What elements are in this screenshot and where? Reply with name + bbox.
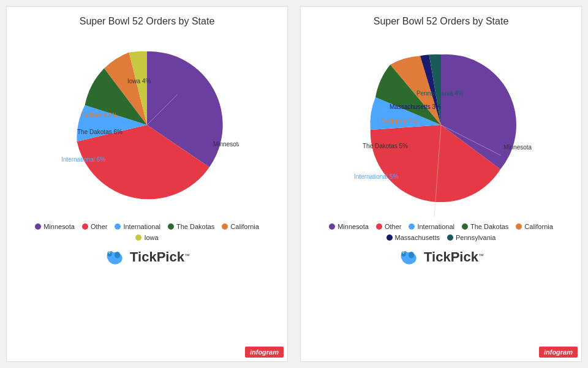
infogram-badge-left: infogram [245,347,284,358]
panel-left: Super Bowl 52 Orders by State [6,6,288,362]
legend-label-iowa-left: Iowa [144,234,158,241]
legend-dot-pennsylvania-right [447,235,453,241]
tickpick-logo-left: TickPick™ [104,246,190,268]
legend-label-other-right: Other [385,223,402,230]
label-pennsylvania-right: Pennsylvania 4% [417,90,464,97]
legend-label-dakotas-right: The Dakotas [470,223,508,230]
pie-chart-right: Minnesota 36% Other 40% International 5%… [349,33,533,217]
legend-dot-california-left [222,223,228,230]
legend-label-california-left: California [230,223,258,230]
legend-dot-international-right [409,223,415,230]
label-international-right: International 5% [354,173,398,180]
legend-label-international-left: International [123,223,160,230]
svg-point-14 [404,252,405,253]
label-dakotas-right: The Dakotas 5% [363,143,408,149]
legend-dot-iowa-left [135,235,141,241]
legend-dot-dakotas-left [168,223,174,230]
legend-label-dakotas-left: The Dakotas [176,223,214,230]
svg-point-6 [110,252,111,253]
legend-dot-minnesota-right [329,223,335,230]
legend-item-international-right: International [409,223,454,230]
legend-item-other-right: Other [376,223,402,230]
tickpick-text-right: TickPick™ [424,249,484,265]
legend-label-california-right: California [524,223,552,230]
label-international-left: International 6% [61,156,105,163]
panel-right: Super Bowl 52 Orders by State [300,6,582,362]
legend-item-international-left: International [115,223,160,230]
panel-left-title: Super Bowl 52 Orders by State [80,16,215,27]
tickpick-bird-icon-left [104,246,126,268]
legend-dot-minnesota-left [35,223,41,230]
main-container: Super Bowl 52 Orders by State [0,0,588,368]
svg-point-4 [115,252,120,258]
label-california-right: California 7% [381,118,418,125]
label-minnesota-left: Minnesota 41% [213,141,239,148]
legend-dot-other-left [82,223,88,230]
legend-left: Minnesota Other International The Dakota… [31,223,263,241]
tickpick-name-right: TickPick [424,249,478,265]
tickpick-tm-right: ™ [478,253,484,259]
legend-item-pennsylvania-right: Pennsylvania [447,234,496,241]
legend-item-dakotas-left: The Dakotas [168,223,214,230]
tickpick-tm-left: ™ [184,253,190,259]
pie-chart-left: Minnesota 41% Other 37% International 6%… [55,33,239,217]
legend-dot-international-left [115,223,121,230]
infogram-badge-right: infogram [539,347,578,358]
chart-right: Minnesota 36% Other 40% International 5%… [349,33,533,217]
legend-item-iowa-left: Iowa [135,234,158,241]
legend-label-minnesota-left: Minnesota [43,223,75,230]
legend-dot-other-right [376,223,382,230]
legend-dot-massachusetts-right [386,235,393,241]
legend-item-minnesota-right: Minnesota [329,223,369,230]
legend-item-dakotas-right: The Dakotas [462,223,508,230]
legend-dot-california-right [516,223,522,230]
legend-item-california-left: California [222,223,258,230]
label-minnesota-right: Minnesota 36% [503,144,533,151]
label-massachusetts-right: Massachusetts 3% [390,103,441,110]
tickpick-logo-right: TickPick™ [398,246,484,268]
legend-item-california-right: California [516,223,552,230]
tickpick-bird-icon-right [398,246,420,268]
legend-item-other-left: Other [82,223,108,230]
svg-point-12 [409,252,414,258]
legend-item-minnesota-left: Minnesota [35,223,75,230]
label-dakotas-left: The Dakotas 6% [77,129,123,135]
legend-label-international-right: International [417,223,454,230]
legend-label-massachusetts-right: Massachusetts [395,234,440,241]
label-iowa-left: Iowa 4% [127,78,151,84]
legend-right: Minnesota Other International The Dakota… [325,223,557,241]
panel-right-title: Super Bowl 52 Orders by State [374,16,509,27]
legend-label-minnesota-right: Minnesota [337,223,369,230]
legend-dot-dakotas-right [462,223,468,230]
legend-label-other-left: Other [91,223,108,230]
label-california-left: California 6% [81,112,118,119]
tickpick-name-left: TickPick [130,249,184,265]
tickpick-text-left: TickPick™ [130,249,190,265]
chart-left: Minnesota 41% Other 37% International 6%… [55,33,239,217]
legend-item-massachusetts-right: Massachusetts [386,234,440,241]
legend-label-pennsylvania-right: Pennsylvania [456,234,496,241]
